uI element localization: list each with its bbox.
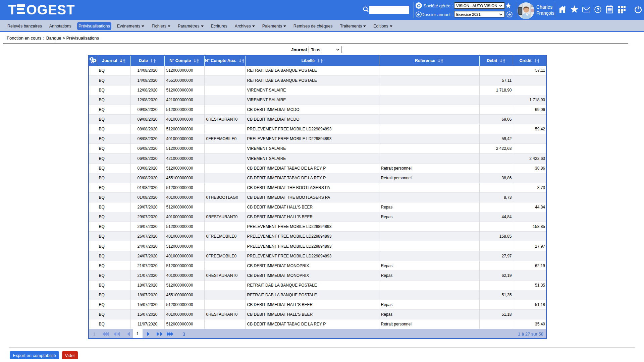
svg-text:?: ?	[597, 7, 599, 12]
